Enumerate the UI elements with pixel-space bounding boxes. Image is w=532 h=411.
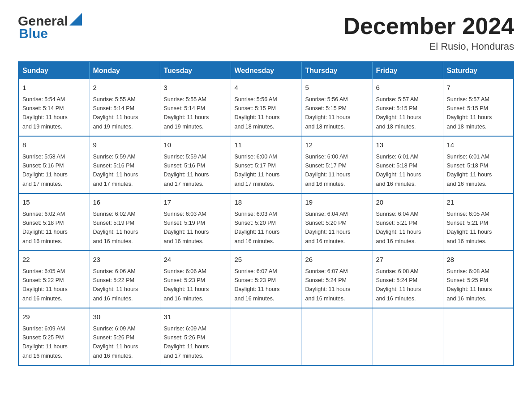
calendar-body: 1 Sunrise: 5:54 AMSunset: 5:14 PMDayligh… [18,79,514,365]
table-row: 16 Sunrise: 6:02 AMSunset: 5:19 PMDaylig… [89,193,160,251]
logo: General Blue [18,13,82,41]
day-info: Sunrise: 5:54 AMSunset: 5:14 PMDaylight:… [22,96,68,130]
day-number: 2 [93,83,156,93]
day-info: Sunrise: 6:07 AMSunset: 5:23 PMDaylight:… [235,268,280,302]
day-number: 6 [376,83,439,93]
table-row: 3 Sunrise: 5:55 AMSunset: 5:14 PMDayligh… [160,79,231,136]
day-number: 27 [376,255,439,265]
calendar-week-row: 22 Sunrise: 6:05 AMSunset: 5:22 PMDaylig… [18,251,514,308]
table-row: 29 Sunrise: 6:09 AMSunset: 5:25 PMDaylig… [18,308,89,365]
day-number: 15 [22,197,86,208]
table-row: 8 Sunrise: 5:58 AMSunset: 5:16 PMDayligh… [18,136,89,193]
table-row: 13 Sunrise: 6:01 AMSunset: 5:18 PMDaylig… [372,136,443,193]
day-info: Sunrise: 6:06 AMSunset: 5:22 PMDaylight:… [93,268,138,302]
table-row: 27 Sunrise: 6:08 AMSunset: 5:24 PMDaylig… [372,251,443,308]
table-row: 11 Sunrise: 6:00 AMSunset: 5:17 PMDaylig… [231,136,301,193]
day-info: Sunrise: 6:00 AMSunset: 5:17 PMDaylight:… [305,154,351,187]
day-number: 10 [164,140,227,150]
day-info: Sunrise: 5:55 AMSunset: 5:14 PMDaylight:… [164,96,209,130]
header: General Blue December 2024 El Rusio, Hon… [18,13,514,52]
table-row: 26 Sunrise: 6:07 AMSunset: 5:24 PMDaylig… [301,251,372,308]
day-info: Sunrise: 6:01 AMSunset: 5:18 PMDaylight:… [447,154,492,187]
table-row [301,308,372,365]
day-info: Sunrise: 5:59 AMSunset: 5:16 PMDaylight:… [93,154,138,187]
day-number: 3 [164,83,227,93]
day-number: 14 [447,140,510,150]
table-row: 10 Sunrise: 5:59 AMSunset: 5:16 PMDaylig… [160,136,231,193]
day-info: Sunrise: 5:57 AMSunset: 5:15 PMDaylight:… [376,96,421,130]
day-info: Sunrise: 6:09 AMSunset: 5:26 PMDaylight:… [164,325,209,359]
day-info: Sunrise: 6:04 AMSunset: 5:21 PMDaylight:… [376,211,421,244]
day-info: Sunrise: 6:02 AMSunset: 5:18 PMDaylight:… [22,211,68,244]
day-number: 30 [93,312,156,322]
day-info: Sunrise: 6:07 AMSunset: 5:24 PMDaylight:… [305,268,351,302]
day-info: Sunrise: 5:59 AMSunset: 5:16 PMDaylight:… [164,154,209,187]
day-number: 23 [93,255,156,265]
table-row: 19 Sunrise: 6:04 AMSunset: 5:20 PMDaylig… [301,193,372,251]
title-area: December 2024 El Rusio, Honduras [343,13,514,52]
calendar-title: December 2024 [343,13,514,39]
day-number: 8 [22,140,86,150]
table-row: 28 Sunrise: 6:08 AMSunset: 5:25 PMDaylig… [443,251,514,308]
table-row: 20 Sunrise: 6:04 AMSunset: 5:21 PMDaylig… [372,193,443,251]
day-info: Sunrise: 6:05 AMSunset: 5:22 PMDaylight:… [22,268,68,302]
day-number: 11 [235,140,298,150]
calendar-header-row: Sunday Monday Tuesday Wednesday Thursday… [18,62,514,79]
table-row: 4 Sunrise: 5:56 AMSunset: 5:15 PMDayligh… [231,79,301,136]
day-number: 5 [305,83,369,93]
day-number: 9 [93,140,156,150]
day-number: 4 [235,83,298,93]
table-row: 25 Sunrise: 6:07 AMSunset: 5:23 PMDaylig… [231,251,301,308]
day-info: Sunrise: 5:56 AMSunset: 5:15 PMDaylight:… [235,96,280,130]
table-row: 21 Sunrise: 6:05 AMSunset: 5:21 PMDaylig… [443,193,514,251]
day-number: 28 [447,255,510,265]
col-thursday: Thursday [301,62,372,79]
table-row: 15 Sunrise: 6:02 AMSunset: 5:18 PMDaylig… [18,193,89,251]
day-info: Sunrise: 6:09 AMSunset: 5:25 PMDaylight:… [22,325,68,359]
day-info: Sunrise: 5:56 AMSunset: 5:15 PMDaylight:… [305,96,351,130]
day-number: 31 [164,312,227,322]
day-number: 1 [22,83,86,93]
table-row [231,308,301,365]
day-info: Sunrise: 5:57 AMSunset: 5:15 PMDaylight:… [447,96,492,130]
calendar-week-row: 8 Sunrise: 5:58 AMSunset: 5:16 PMDayligh… [18,136,514,193]
day-number: 13 [376,140,439,150]
svg-marker-0 [69,13,82,26]
col-tuesday: Tuesday [160,62,231,79]
col-saturday: Saturday [443,62,514,79]
table-row [372,308,443,365]
col-friday: Friday [372,62,443,79]
logo-icon [69,13,82,26]
calendar-week-row: 29 Sunrise: 6:09 AMSunset: 5:25 PMDaylig… [18,308,514,365]
table-row: 18 Sunrise: 6:03 AMSunset: 5:20 PMDaylig… [231,193,301,251]
table-row: 6 Sunrise: 5:57 AMSunset: 5:15 PMDayligh… [372,79,443,136]
table-row [443,308,514,365]
table-row: 24 Sunrise: 6:06 AMSunset: 5:23 PMDaylig… [160,251,231,308]
day-number: 17 [164,197,227,208]
calendar-subtitle: El Rusio, Honduras [343,41,514,52]
col-sunday: Sunday [18,62,89,79]
table-row: 9 Sunrise: 5:59 AMSunset: 5:16 PMDayligh… [89,136,160,193]
day-info: Sunrise: 5:58 AMSunset: 5:16 PMDaylight:… [22,154,68,187]
col-wednesday: Wednesday [231,62,301,79]
day-number: 29 [22,312,86,322]
day-number: 19 [305,197,369,208]
day-number: 16 [93,197,156,208]
table-row: 7 Sunrise: 5:57 AMSunset: 5:15 PMDayligh… [443,79,514,136]
table-row: 14 Sunrise: 6:01 AMSunset: 5:18 PMDaylig… [443,136,514,193]
day-number: 20 [376,197,439,208]
table-row: 2 Sunrise: 5:55 AMSunset: 5:14 PMDayligh… [89,79,160,136]
day-number: 26 [305,255,369,265]
day-info: Sunrise: 5:55 AMSunset: 5:14 PMDaylight:… [93,96,138,130]
day-number: 25 [235,255,298,265]
logo-blue-text: Blue [18,26,82,41]
table-row: 5 Sunrise: 5:56 AMSunset: 5:15 PMDayligh… [301,79,372,136]
calendar-table: Sunday Monday Tuesday Wednesday Thursday… [18,61,514,366]
table-row: 1 Sunrise: 5:54 AMSunset: 5:14 PMDayligh… [18,79,89,136]
day-number: 12 [305,140,369,150]
table-row: 22 Sunrise: 6:05 AMSunset: 5:22 PMDaylig… [18,251,89,308]
day-info: Sunrise: 6:05 AMSunset: 5:21 PMDaylight:… [447,211,492,244]
day-info: Sunrise: 6:06 AMSunset: 5:23 PMDaylight:… [164,268,209,302]
table-row: 30 Sunrise: 6:09 AMSunset: 5:26 PMDaylig… [89,308,160,365]
day-info: Sunrise: 6:01 AMSunset: 5:18 PMDaylight:… [376,154,421,187]
